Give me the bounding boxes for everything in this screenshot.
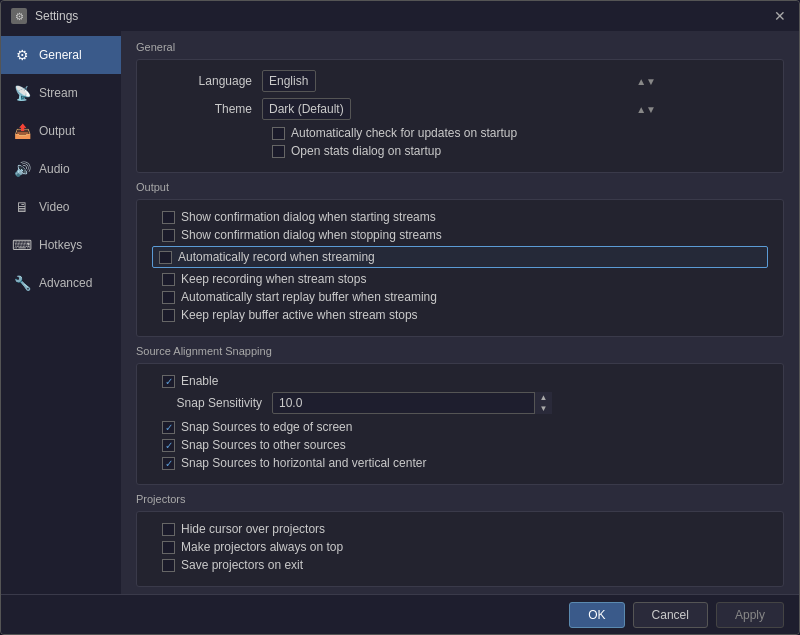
snap-other-label: Snap Sources to other sources — [181, 438, 346, 452]
auto-replay-label: Automatically start replay buffer when s… — [181, 290, 437, 304]
theme-select[interactable]: Dark (Default) — [262, 98, 351, 120]
keep-replay-checkbox[interactable] — [162, 309, 175, 322]
snap-up-button[interactable]: ▲ — [535, 392, 552, 403]
auto-record-label: Automatically record when streaming — [178, 250, 375, 264]
open-stats-row: Open stats dialog on startup — [152, 144, 768, 158]
keep-recording-label: Keep recording when stream stops — [181, 272, 366, 286]
snap-center-checkbox[interactable]: ✓ — [162, 457, 175, 470]
snap-sensitivity-label: Snap Sensitivity — [152, 396, 272, 410]
content-area: ⚙ General 📡 Stream 📤 Output 🔊 Audio 🖥 Vi… — [1, 31, 799, 594]
auto-update-row: Automatically check for updates on start… — [152, 126, 768, 140]
section-snapping-label: Source Alignment Snapping — [136, 345, 784, 357]
main-panel: General Language English ▲▼ Theme — [121, 31, 799, 594]
section-output-label: Output — [136, 181, 784, 193]
open-stats-checkbox[interactable] — [272, 145, 285, 158]
sidebar-item-output[interactable]: 📤 Output — [1, 112, 121, 150]
close-button[interactable]: ✕ — [771, 7, 789, 25]
section-projectors-label: Projectors — [136, 493, 784, 505]
snap-spinners: ▲ ▼ — [534, 392, 552, 414]
snap-down-button[interactable]: ▼ — [535, 403, 552, 414]
save-on-exit-checkbox[interactable] — [162, 559, 175, 572]
language-label: Language — [152, 74, 262, 88]
snap-enable-row: ✓ Enable — [152, 374, 768, 388]
snap-other-row: ✓ Snap Sources to other sources — [152, 438, 768, 452]
language-select-wrapper: English ▲▼ — [262, 70, 662, 92]
snap-sensitivity-wrapper: ▲ ▼ — [272, 392, 552, 414]
hide-cursor-row: Hide cursor over projectors — [152, 522, 768, 536]
keep-replay-row: Keep replay buffer active when stream st… — [152, 308, 768, 322]
snap-enable-label: Enable — [181, 374, 218, 388]
snap-center-row: ✓ Snap Sources to horizontal and vertica… — [152, 456, 768, 470]
general-icon: ⚙ — [13, 46, 31, 64]
confirm-start-checkbox[interactable] — [162, 211, 175, 224]
open-stats-label: Open stats dialog on startup — [291, 144, 441, 158]
stream-icon: 📡 — [13, 84, 31, 102]
settings-window: ⚙ Settings ✕ ⚙ General 📡 Stream 📤 Output… — [0, 0, 800, 635]
title-bar-left: ⚙ Settings — [11, 8, 78, 24]
window-title: Settings — [35, 9, 78, 23]
footer: OK Cancel Apply — [1, 594, 799, 634]
snap-center-label: Snap Sources to horizontal and vertical … — [181, 456, 426, 470]
always-on-top-checkbox[interactable] — [162, 541, 175, 554]
confirm-start-row: Show confirmation dialog when starting s… — [152, 210, 768, 224]
always-on-top-label: Make projectors always on top — [181, 540, 343, 554]
ok-button[interactable]: OK — [569, 602, 624, 628]
cancel-button[interactable]: Cancel — [633, 602, 708, 628]
output-icon: 📤 — [13, 122, 31, 140]
sidebar-item-stream[interactable]: 📡 Stream — [1, 74, 121, 112]
auto-replay-checkbox[interactable] — [162, 291, 175, 304]
sidebar-label-advanced: Advanced — [39, 276, 92, 290]
sidebar-label-output: Output — [39, 124, 75, 138]
language-select[interactable]: English — [262, 70, 316, 92]
audio-icon: 🔊 — [13, 160, 31, 178]
sidebar-item-audio[interactable]: 🔊 Audio — [1, 150, 121, 188]
apply-button[interactable]: Apply — [716, 602, 784, 628]
sidebar-item-general[interactable]: ⚙ General — [1, 36, 121, 74]
auto-replay-row: Automatically start replay buffer when s… — [152, 290, 768, 304]
snap-edge-checkbox[interactable]: ✓ — [162, 421, 175, 434]
section-general-label: General — [136, 41, 784, 53]
language-arrow: ▲▼ — [636, 76, 656, 87]
snap-other-checkbox[interactable]: ✓ — [162, 439, 175, 452]
always-on-top-row: Make projectors always on top — [152, 540, 768, 554]
hotkeys-icon: ⌨ — [13, 236, 31, 254]
snap-sensitivity-input[interactable] — [272, 392, 552, 414]
auto-record-checkbox[interactable] — [159, 251, 172, 264]
language-row: Language English ▲▼ — [152, 70, 768, 92]
keep-recording-checkbox[interactable] — [162, 273, 175, 286]
auto-update-label: Automatically check for updates on start… — [291, 126, 517, 140]
theme-select-wrapper: Dark (Default) ▲▼ — [262, 98, 662, 120]
sidebar-label-video: Video — [39, 200, 69, 214]
sidebar-label-hotkeys: Hotkeys — [39, 238, 82, 252]
section-projectors: Projectors Hide cursor over projectors M… — [136, 493, 784, 587]
hide-cursor-checkbox[interactable] — [162, 523, 175, 536]
output-box: Show confirmation dialog when starting s… — [136, 199, 784, 337]
hide-cursor-label: Hide cursor over projectors — [181, 522, 325, 536]
section-snapping: Source Alignment Snapping ✓ Enable Snap … — [136, 345, 784, 485]
auto-update-checkbox[interactable] — [272, 127, 285, 140]
app-icon: ⚙ — [11, 8, 27, 24]
title-bar: ⚙ Settings ✕ — [1, 1, 799, 31]
snap-sensitivity-row: Snap Sensitivity ▲ ▼ — [152, 392, 768, 414]
confirm-stop-checkbox[interactable] — [162, 229, 175, 242]
sidebar-label-audio: Audio — [39, 162, 70, 176]
sidebar-item-advanced[interactable]: 🔧 Advanced — [1, 264, 121, 302]
snap-enable-checkbox[interactable]: ✓ — [162, 375, 175, 388]
theme-row: Theme Dark (Default) ▲▼ — [152, 98, 768, 120]
section-output: Output Show confirmation dialog when sta… — [136, 181, 784, 337]
general-box: Language English ▲▼ Theme Dark (Defa — [136, 59, 784, 173]
sidebar-item-video[interactable]: 🖥 Video — [1, 188, 121, 226]
keep-replay-label: Keep replay buffer active when stream st… — [181, 308, 418, 322]
sidebar-label-general: General — [39, 48, 82, 62]
snap-edge-row: ✓ Snap Sources to edge of screen — [152, 420, 768, 434]
sidebar-item-hotkeys[interactable]: ⌨ Hotkeys — [1, 226, 121, 264]
auto-record-row: Automatically record when streaming — [152, 246, 768, 268]
snap-edge-label: Snap Sources to edge of screen — [181, 420, 352, 434]
projectors-box: Hide cursor over projectors Make project… — [136, 511, 784, 587]
save-on-exit-label: Save projectors on exit — [181, 558, 303, 572]
advanced-icon: 🔧 — [13, 274, 31, 292]
confirm-stop-row: Show confirmation dialog when stopping s… — [152, 228, 768, 242]
confirm-stop-label: Show confirmation dialog when stopping s… — [181, 228, 442, 242]
video-icon: 🖥 — [13, 198, 31, 216]
section-general: General Language English ▲▼ Theme — [136, 41, 784, 173]
